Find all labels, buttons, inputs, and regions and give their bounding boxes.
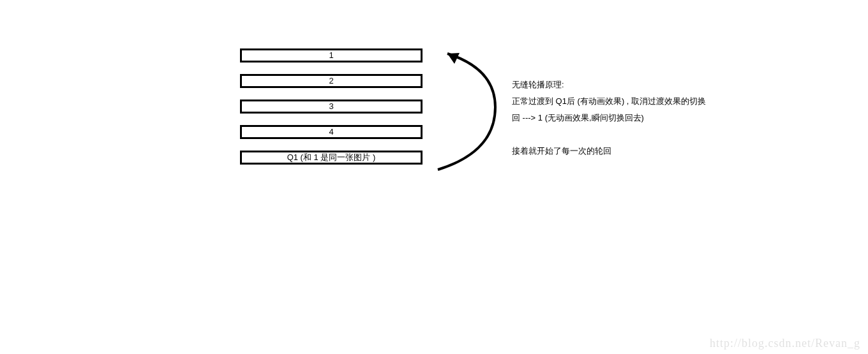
box-1: 1 — [240, 48, 423, 63]
description: 无缝轮播原理: 正常过渡到 Q1后 (有动画效果) , 取消过渡效果的切换 回 … — [512, 77, 706, 159]
box-2: 2 — [240, 74, 423, 88]
box-4: 4 — [240, 125, 423, 139]
desc-title: 无缝轮播原理: — [512, 77, 706, 93]
desc-line1: 正常过渡到 Q1后 (有动画效果) , 取消过渡效果的切换 — [512, 93, 706, 110]
desc-line3: 接着就开始了每一次的轮回 — [512, 143, 706, 159]
box-stack: 1 2 3 4 Q1 (和 1 是同一张图片 ) — [240, 48, 423, 165]
desc-line2: 回 ---> 1 (无动画效果,瞬间切换回去) — [512, 110, 706, 126]
arrow-icon — [431, 43, 508, 177]
box-3: 3 — [240, 100, 423, 114]
watermark: http://blog.csdn.net/Revan_g — [710, 337, 860, 350]
box-q1: Q1 (和 1 是同一张图片 ) — [240, 151, 423, 165]
